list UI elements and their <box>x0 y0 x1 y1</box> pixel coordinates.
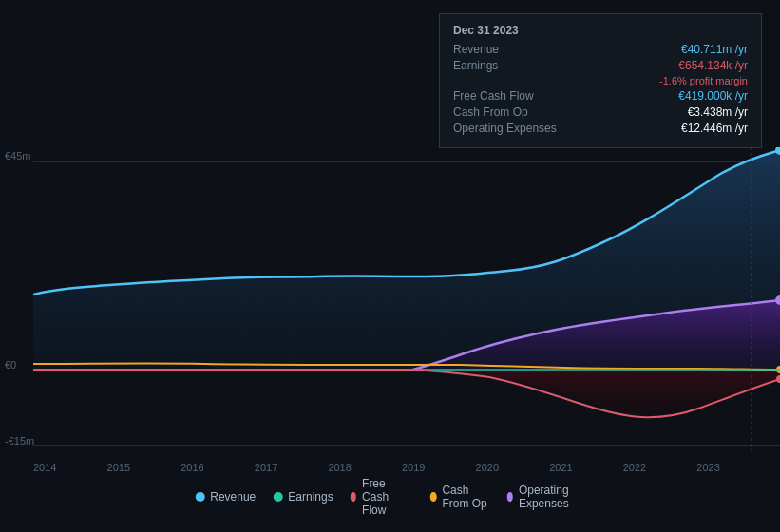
legend-cashfromop[interactable]: Cash From Op <box>430 484 489 510</box>
x-label-2022: 2022 <box>623 462 646 473</box>
legend-dot-fcf <box>351 492 356 502</box>
legend-fcf[interactable]: Free Cash Flow <box>351 477 413 517</box>
tooltip-box: Dec 31 2023 Revenue €40.711m /yr Earning… <box>439 13 762 148</box>
legend-dot-cashfromop <box>430 492 436 502</box>
x-label-2018: 2018 <box>328 462 351 473</box>
y-label-bot: -€15m <box>5 435 34 446</box>
neg-fill <box>33 370 780 417</box>
legend-label-opex: Operating Expenses <box>519 484 585 510</box>
chart-container: Dec 31 2023 Revenue €40.711m /yr Earning… <box>0 0 780 532</box>
x-label-2019: 2019 <box>402 462 425 473</box>
tooltip-value-revenue: €40.711m /yr <box>681 43 748 56</box>
y-label-top: €45m <box>5 150 31 162</box>
tooltip-row-fcf: Free Cash Flow €419.000k /yr <box>453 89 748 103</box>
tooltip-label-opex: Operating Expenses <box>453 122 558 135</box>
legend-dot-opex <box>507 492 513 502</box>
x-label-2015: 2015 <box>107 462 130 473</box>
chart-legend: Revenue Earnings Free Cash Flow Cash Fro… <box>195 477 585 517</box>
x-label-2021: 2021 <box>549 462 572 473</box>
legend-dot-earnings <box>273 492 282 502</box>
tooltip-row-revenue: Revenue €40.711m /yr <box>453 43 748 56</box>
tooltip-value-fcf: €419.000k /yr <box>678 89 748 103</box>
x-label-2023: 2023 <box>696 462 719 473</box>
legend-label-fcf: Free Cash Flow <box>362 477 413 517</box>
tooltip-value-earnings: -€654.134k /yr <box>675 59 748 72</box>
legend-earnings[interactable]: Earnings <box>273 490 333 504</box>
legend-opex[interactable]: Operating Expenses <box>507 484 585 510</box>
legend-label-earnings: Earnings <box>288 490 333 504</box>
x-label-2016: 2016 <box>181 462 203 473</box>
tooltip-row-cashfromop: Cash From Op €3.438m /yr <box>453 105 748 119</box>
chart-svg <box>33 147 780 451</box>
tooltip-row-earnings: Earnings -€654.134k /yr <box>453 59 748 72</box>
tooltip-label-revenue: Revenue <box>453 43 558 56</box>
legend-label-cashfromop: Cash From Op <box>442 484 489 510</box>
tooltip-value-opex: €12.446m /yr <box>681 122 748 135</box>
tooltip-label-fcf: Free Cash Flow <box>453 89 558 103</box>
x-label-2020: 2020 <box>476 462 499 473</box>
x-label-2017: 2017 <box>255 462 277 473</box>
tooltip-profit-margin: -1.6% profit margin <box>659 75 748 86</box>
tooltip-date: Dec 31 2023 <box>453 24 748 37</box>
y-label-mid: €0 <box>5 359 16 370</box>
legend-revenue[interactable]: Revenue <box>195 490 256 504</box>
tooltip-label-earnings: Earnings <box>453 59 558 72</box>
legend-dot-revenue <box>195 492 204 502</box>
x-label-2014: 2014 <box>33 462 56 473</box>
tooltip-value-cashfromop: €3.438m /yr <box>688 105 748 119</box>
tooltip-label-cashfromop: Cash From Op <box>453 105 558 119</box>
tooltip-row-opex: Operating Expenses €12.446m /yr <box>453 122 748 135</box>
legend-label-revenue: Revenue <box>210 490 256 504</box>
